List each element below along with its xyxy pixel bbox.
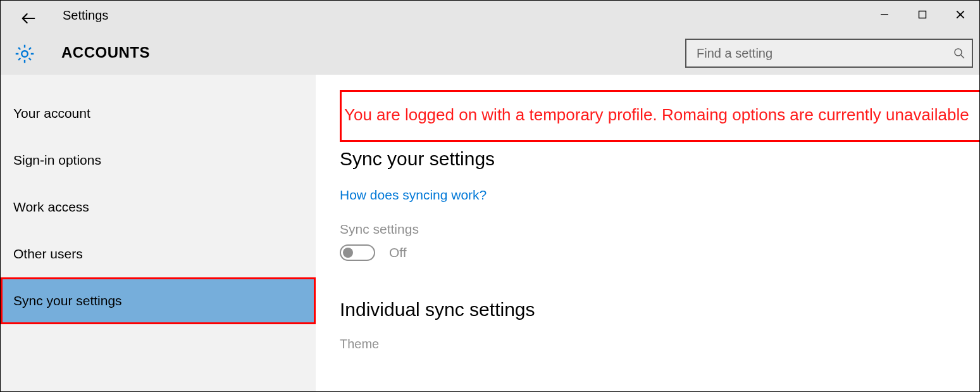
close-button[interactable]: [941, 1, 979, 28]
error-message-box: You are logged on with a temporary profi…: [340, 90, 979, 142]
sidebar-item-sync-your-settings[interactable]: Sync your settings: [1, 277, 316, 324]
section-title: ACCOUNTS: [61, 44, 150, 61]
window-controls: [865, 1, 979, 28]
sidebar-item-your-account[interactable]: Your account: [1, 90, 316, 137]
sidebar-item-label: Other users: [13, 246, 83, 262]
sidebar-item-label: Sign-in options: [13, 153, 101, 168]
back-arrow-icon: [20, 9, 37, 27]
sync-settings-toggle-state: Off: [389, 245, 407, 260]
theme-label: Theme: [340, 337, 979, 351]
error-message: You are logged on with a temporary profi…: [344, 101, 979, 129]
back-button[interactable]: [16, 6, 41, 31]
sidebar: Your account Sign-in options Work access…: [1, 75, 316, 391]
maximize-icon: [918, 10, 927, 19]
maximize-button[interactable]: [903, 1, 941, 28]
sync-heading: Sync your settings: [340, 148, 979, 170]
sync-settings-toggle[interactable]: [340, 244, 375, 261]
sync-settings-toggle-row: Off: [340, 244, 979, 261]
header: Settings ACCOUNTS: [1, 1, 979, 75]
window-title: Settings: [63, 8, 108, 23]
sidebar-item-sign-in-options[interactable]: Sign-in options: [1, 137, 316, 184]
sidebar-item-work-access[interactable]: Work access: [1, 184, 316, 231]
svg-point-5: [955, 49, 962, 56]
sidebar-item-label: Your account: [13, 106, 90, 121]
sidebar-item-label: Work access: [13, 199, 89, 215]
settings-window: Settings ACCOUNTS: [0, 0, 980, 392]
sync-settings-label: Sync settings: [340, 222, 979, 237]
individual-sync-heading: Individual sync settings: [340, 299, 979, 320]
svg-point-4: [22, 51, 28, 57]
minimize-button[interactable]: [865, 1, 903, 28]
svg-rect-1: [919, 11, 926, 18]
svg-line-6: [961, 55, 964, 58]
sidebar-item-label: Sync your settings: [13, 293, 122, 308]
close-icon: [955, 9, 965, 20]
content: You are logged on with a temporary profi…: [316, 75, 979, 391]
body: Your account Sign-in options Work access…: [1, 75, 979, 391]
search-input[interactable]: [695, 46, 953, 61]
how-syncing-works-link[interactable]: How does syncing work?: [340, 187, 487, 203]
search-icon: [953, 47, 965, 60]
toggle-knob-icon: [343, 248, 353, 258]
search-box[interactable]: [685, 39, 973, 68]
minimize-icon: [880, 10, 889, 19]
accounts-gear-icon: [12, 41, 37, 66]
sidebar-item-other-users[interactable]: Other users: [1, 231, 316, 277]
